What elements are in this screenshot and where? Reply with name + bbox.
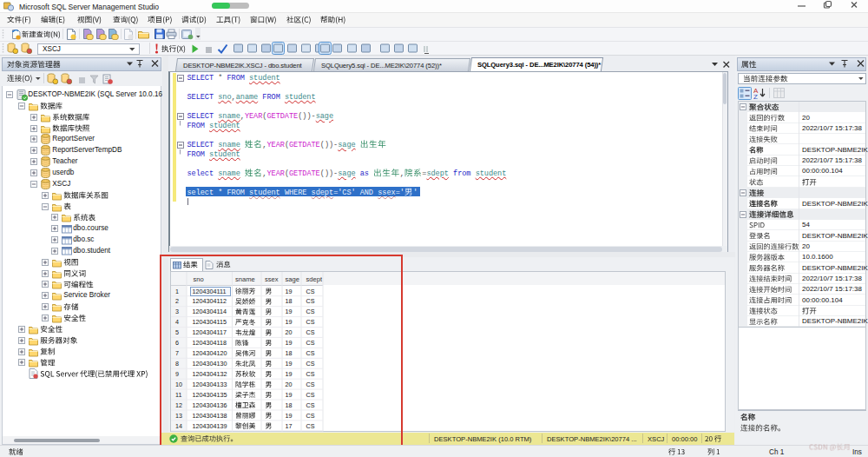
svg-text:Z: Z <box>753 93 758 100</box>
